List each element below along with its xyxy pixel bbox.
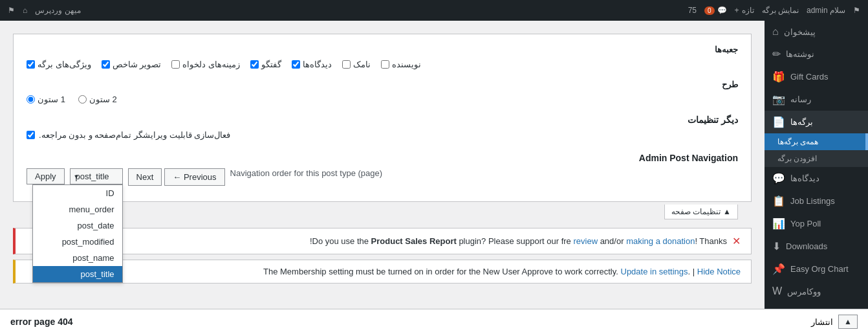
goftogoo-checkbox-item: گفتگو	[250, 60, 281, 69]
close-notice-1-button[interactable]: ✕	[732, 235, 741, 247]
comment-icon: 💬	[717, 6, 727, 15]
fullscreen-label: فعال‌سازی قابلیت ویرایشگر تمام‌صفحه و بد…	[39, 130, 230, 140]
sidebar-item-label: برگه‌ها	[790, 117, 813, 127]
sidebar-item-yoppoll[interactable]: Yop Poll 📊	[765, 212, 868, 235]
view-site[interactable]: نمایش برگه	[762, 6, 799, 15]
layout-1-label: 1 ستون	[38, 95, 65, 104]
page-icon: 📄	[772, 116, 785, 128]
sidebar-item-giftcards[interactable]: Gift Cards 🎁	[765, 65, 868, 88]
sidebar-item-label: رسانه	[790, 95, 811, 104]
sidebar-item-afzoodeh-bargeh[interactable]: افزودن برگه	[765, 150, 868, 167]
new-item[interactable]: تازه +	[735, 6, 754, 15]
admin-bar: ⚑ سلام admin نمایش برگه تازه + 💬 0 75 می…	[0, 0, 868, 21]
author-label: نویسنده	[392, 60, 421, 69]
notice-bar-membership: The Membership setting must be turned on…	[13, 260, 752, 284]
layout-1-radio[interactable]	[27, 95, 35, 104]
didgah-checkbox[interactable]	[292, 60, 300, 69]
sidebar-item-easyorgchart[interactable]: Easy Org Chart 📌	[765, 258, 868, 280]
media-icon: 📷	[772, 93, 785, 106]
tasvirshakhes-checkbox[interactable]	[102, 60, 110, 69]
namak-checkbox[interactable]	[342, 60, 351, 69]
didgah-checkbox-item: دیدگاه‌ها	[292, 60, 332, 69]
zamineh-checkbox[interactable]	[171, 60, 180, 69]
apply-button[interactable]: Apply	[27, 168, 65, 184]
donation-link[interactable]: making a donation	[626, 236, 695, 246]
vizhegi-checkbox[interactable]	[27, 60, 35, 69]
goftogoo-label: گفتگو	[261, 60, 281, 69]
sidebar: پیشخوان ⌂ نوشته‌ها ✏ Gift Cards 🎁 رسانه …	[765, 21, 868, 334]
my-home-link[interactable]: میهن وردپرس	[35, 6, 80, 15]
select-dropdown-trigger[interactable]: post_title ▼	[70, 168, 123, 184]
nav-section: Admin Post Navigation (Navigation order …	[27, 153, 738, 186]
giftcard-icon: 🎁	[772, 71, 785, 83]
layout-heading: طرح	[27, 80, 738, 89]
sidebar-item-pishkhan[interactable]: پیشخوان ⌂	[765, 21, 868, 43]
option-post-name[interactable]: post_name	[33, 250, 122, 266]
screen-options-box: جعبه‌ها نویسنده نامک دیدگاه‌ها	[13, 34, 752, 202]
tasvirshakhes-label: تصویر شاخص	[113, 60, 162, 69]
select-wrapper: post_title ▼ ID menu_order post_date pos…	[70, 168, 123, 184]
fullscreen-row: فعال‌سازی قابلیت ویرایشگر تمام‌صفحه و بد…	[27, 130, 738, 140]
sidebar-item-woocommerce[interactable]: ووکامرس W	[765, 280, 868, 302]
sidebar-item-didgah[interactable]: دیدگاه‌ها 💬	[765, 167, 868, 190]
option-post-date[interactable]: post_date	[33, 217, 122, 234]
previous-button[interactable]: Previous ←	[164, 168, 224, 186]
option-post-title[interactable]: post_title	[33, 266, 122, 282]
updates-count[interactable]: 75	[688, 6, 697, 15]
option-post-modified[interactable]: post_modified	[33, 234, 122, 250]
notices-area: ✕ !Do you use the Product Sales Report p…	[13, 228, 752, 284]
checkboxes-row: نویسنده نامک دیدگاه‌ها گفتگو	[27, 60, 738, 69]
layout-2-option: 2 ستون	[78, 95, 117, 104]
notice-2-text: The Membership setting must be turned on…	[26, 267, 741, 276]
next-button[interactable]: Next	[128, 168, 162, 186]
bottom-bar-left: ▲ انتشار	[811, 315, 858, 329]
home-icon: ⌂	[772, 26, 779, 38]
job-icon: 📋	[772, 195, 785, 207]
sidebar-item-resaneh[interactable]: رسانه 📷	[765, 88, 868, 111]
page-title-display: error page 404	[10, 317, 73, 327]
sidebar-item-downloads[interactable]: Downloads ⬇	[765, 235, 868, 258]
sidebar-item-label: پیشخوان	[784, 27, 816, 37]
plus-icon: +	[735, 6, 739, 15]
sidebar-item-label: افزودن برگه	[777, 154, 817, 163]
site-name[interactable]: سلام admin	[807, 6, 845, 15]
hide-notice-link[interactable]: Hide Notice	[697, 267, 741, 276]
sidebar-item-joblistings[interactable]: Job Listings 📋	[765, 190, 868, 212]
author-checkbox[interactable]	[381, 60, 389, 69]
layout-2-radio[interactable]	[78, 95, 87, 104]
comments-count[interactable]: 💬 0	[704, 6, 727, 15]
dropdown-popup: ID menu_order post_date post_modified po…	[32, 184, 123, 283]
collapse-button[interactable]: ▲	[838, 315, 858, 329]
screen-options-toggle[interactable]: ▲ تنظیمات صفحه	[664, 205, 738, 219]
update-settings-link[interactable]: Update in settings	[621, 267, 688, 276]
didgah-label: دیدگاه‌ها	[303, 60, 332, 69]
wp-wrapper: پیشخوان ⌂ نوشته‌ها ✏ Gift Cards 🎁 رسانه …	[0, 21, 868, 334]
sidebar-item-neveshteh[interactable]: نوشته‌ها ✏	[765, 43, 868, 65]
nav-description: (Navigation order for this post type (pa…	[230, 168, 383, 178]
sidebar-item-bargeh[interactable]: برگه‌ها 📄	[765, 111, 868, 133]
fullscreen-checkbox[interactable]	[27, 131, 35, 139]
boxes-heading: جعبه‌ها	[27, 45, 738, 54]
orgchart-icon: 📌	[772, 263, 785, 275]
sidebar-item-label: Downloads	[786, 241, 827, 251]
wp-logo[interactable]: ⚑	[853, 6, 860, 15]
review-link[interactable]: review	[573, 236, 598, 246]
vizhegi-label: ویژگی‌های برگه	[38, 60, 91, 69]
sidebar-item-hameh-bargeh[interactable]: همه‌ی برگه‌ها	[765, 133, 868, 150]
goftogoo-checkbox[interactable]	[250, 60, 259, 69]
wp-icon[interactable]: ⚑	[8, 6, 15, 15]
layout-options: 2 ستون 1 ستون	[27, 95, 738, 104]
notice-1-text: !Do you use the Product Sales Report plu…	[26, 236, 727, 246]
screen-meta-boxes-section: جعبه‌ها نویسنده نامک دیدگاه‌ها	[27, 45, 738, 69]
option-menu-order[interactable]: menu_order	[33, 201, 122, 217]
poll-icon: 📊	[772, 217, 785, 230]
option-id[interactable]: ID	[33, 185, 122, 201]
namak-checkbox-item: نامک	[342, 60, 371, 69]
home-icon[interactable]: ⌂	[23, 6, 27, 15]
author-checkbox-item: نویسنده	[381, 60, 421, 69]
nav-controls: (Navigation order for this post type (pa…	[27, 168, 738, 186]
selected-value: post_title	[76, 172, 109, 181]
sidebar-item-label: نوشته‌ها	[786, 49, 814, 59]
screen-meta-layout-section: طرح 2 ستون 1 ستون	[27, 80, 738, 104]
zamineh-label: زمینه‌های دلخواه	[182, 60, 240, 69]
